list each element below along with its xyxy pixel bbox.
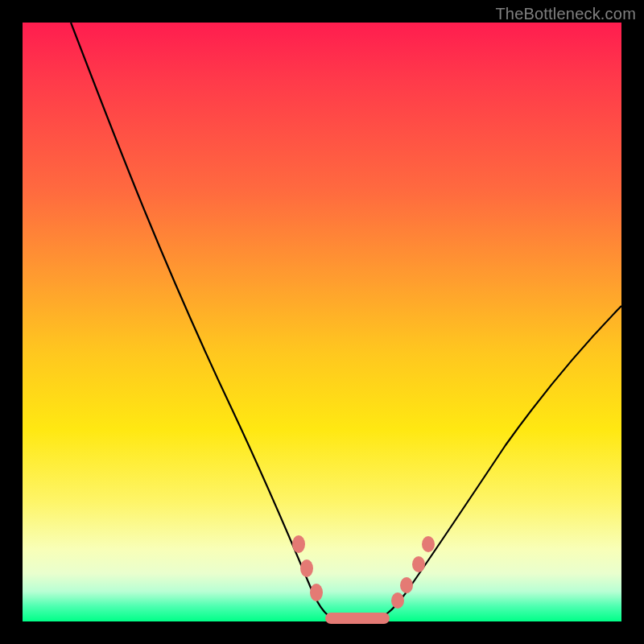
marker-dot — [391, 592, 404, 609]
marker-dot — [292, 535, 305, 553]
watermark-text: TheBottleneck.com — [495, 5, 636, 23]
curve-layer — [23, 23, 621, 621]
marker-dots — [292, 535, 435, 609]
marker-dot — [412, 556, 425, 572]
marker-dot — [310, 584, 323, 601]
marker-dot — [422, 536, 435, 552]
bottleneck-curve — [71, 23, 621, 620]
chart-frame: TheBottleneck.com — [0, 0, 644, 644]
marker-dot — [400, 577, 413, 593]
marker-dot — [300, 559, 313, 577]
plot-area — [23, 23, 621, 621]
marker-base — [325, 613, 390, 624]
